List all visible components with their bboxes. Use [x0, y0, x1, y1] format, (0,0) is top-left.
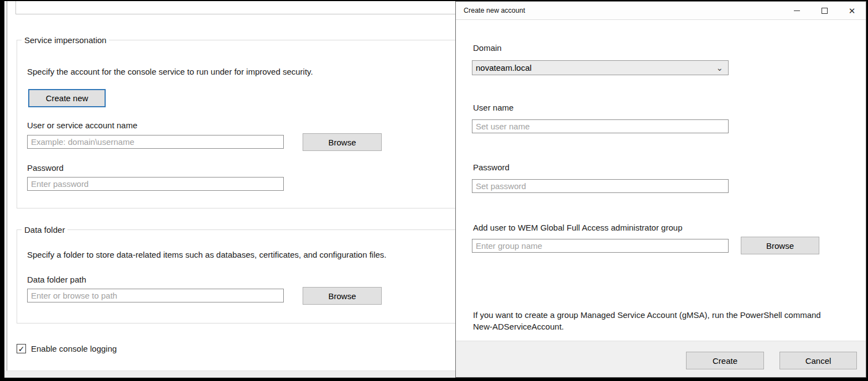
data-folder-group-title: Data folder — [22, 225, 67, 234]
user-name-input[interactable] — [472, 119, 729, 133]
account-browse-button[interactable]: Browse — [303, 133, 382, 151]
minimize-button[interactable] — [783, 2, 810, 19]
cancel-button[interactable]: Cancel — [779, 352, 857, 369]
admin-group-input[interactable] — [472, 239, 729, 253]
account-name-input[interactable] — [27, 135, 284, 149]
data-folder-browse-button[interactable]: Browse — [303, 287, 382, 305]
service-impersonation-group-title: Service impersonation — [22, 35, 109, 45]
dialog-footer: Create Cancel — [456, 341, 866, 377]
enable-console-logging-checkbox-row[interactable]: ✓ Enable console logging — [17, 344, 117, 353]
checkbox-checked-icon[interactable]: ✓ — [17, 344, 26, 353]
dialog-password-input[interactable] — [472, 179, 729, 193]
admin-group-browse-button[interactable]: Browse — [741, 237, 819, 254]
create-new-account-dialog: Create new account ✕ Domain novateam.loc… — [455, 1, 866, 378]
dialog-password-label: Password — [473, 163, 510, 172]
dialog-titlebar: Create new account ✕ — [456, 2, 866, 20]
minimize-icon — [794, 11, 800, 11]
service-impersonation-description: Specify the account for the console serv… — [27, 67, 313, 76]
admin-group-label: Add user to WEM Global Full Access admin… — [473, 223, 683, 232]
password-input[interactable] — [27, 177, 284, 191]
left-window-border — [7, 1, 7, 378]
close-button[interactable]: ✕ — [838, 2, 866, 19]
chevron-down-icon: ⌄ — [716, 66, 725, 70]
data-folder-group: Data folder Specify a folder to store da… — [17, 229, 455, 323]
console-settings-window: Service impersonation Specify the accoun… — [4, 1, 455, 378]
account-name-label: User or service account name — [27, 121, 137, 130]
maximize-icon — [822, 8, 828, 14]
enable-console-logging-label: Enable console logging — [31, 344, 117, 353]
domain-dropdown[interactable]: novateam.local ⌄ — [472, 60, 729, 75]
maximize-button[interactable] — [810, 2, 838, 19]
service-impersonation-group: Service impersonation Specify the accoun… — [17, 40, 455, 208]
data-folder-description: Specify a folder to store data-related i… — [27, 250, 387, 259]
user-name-label: User name — [473, 103, 513, 112]
domain-label: Domain — [473, 43, 502, 53]
data-folder-path-label: Data folder path — [27, 275, 86, 284]
domain-selected-value: novateam.local — [476, 63, 716, 72]
top-cropped-panel — [15, 1, 455, 14]
password-label: Password — [27, 163, 64, 173]
dialog-title: Create new account — [456, 7, 783, 14]
close-icon: ✕ — [849, 7, 856, 15]
left-window-footer — [4, 370, 455, 378]
create-new-button[interactable]: Create new — [28, 89, 106, 107]
gmsa-note: If you want to create a group Managed Se… — [473, 309, 838, 332]
data-folder-path-input[interactable] — [27, 289, 284, 302]
create-button[interactable]: Create — [686, 352, 764, 369]
